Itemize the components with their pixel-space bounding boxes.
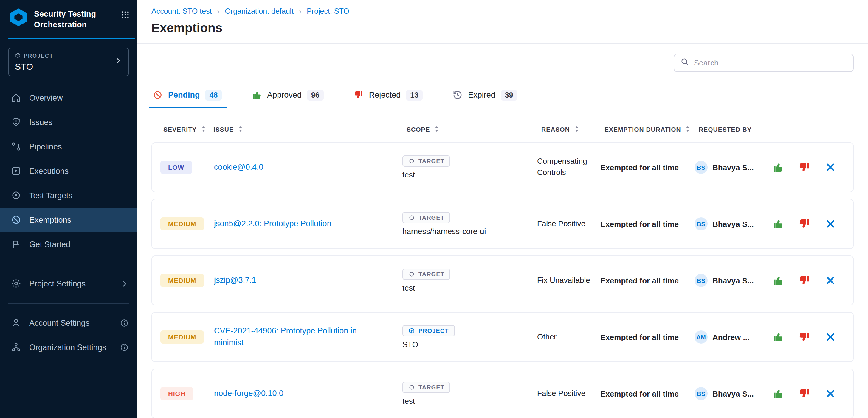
sort-icon[interactable] (434, 125, 440, 133)
requester-name: Bhavya S... (712, 276, 754, 285)
info-icon[interactable] (120, 318, 129, 327)
gear-icon (11, 278, 22, 289)
target-scope-icon (408, 214, 415, 221)
sidebar-divider (8, 303, 129, 303)
requested-by-cell: BS Bhavya S... (694, 217, 772, 231)
target-scope-icon (408, 271, 415, 277)
project-selector-label: PROJECT (15, 52, 53, 59)
duration-cell: Exempted for all time (600, 389, 694, 398)
duration-cell: Exempted for all time (600, 276, 694, 285)
issue-link[interactable]: cookie@0.4.0 (209, 161, 402, 174)
tab-approved[interactable]: Approved 96 (252, 82, 323, 108)
sort-icon[interactable] (238, 125, 243, 133)
sort-icon[interactable] (201, 125, 206, 133)
home-icon (11, 92, 22, 103)
search-icon (680, 57, 689, 68)
table-row: HIGH node-forge@0.10.0 TARGET test False… (151, 369, 854, 418)
sidebar-item-executions[interactable]: Executions (0, 159, 137, 183)
issue-link[interactable]: CVE-2021-44906: Prototype Pollution in m… (209, 325, 402, 349)
scope-type-pill: TARGET (402, 269, 451, 280)
sidebar-item-exemptions[interactable]: Exemptions (0, 208, 137, 232)
table-header: SEVERITY ISSUE SCOPE REASON EXEMPTION DU… (151, 108, 854, 142)
reason-cell: Compensating Controls (537, 156, 600, 178)
page-title: Exemptions (151, 21, 854, 35)
sidebar-item-test-targets[interactable]: Test Targets (0, 183, 137, 208)
close-icon[interactable] (825, 275, 836, 286)
close-icon[interactable] (825, 331, 836, 343)
info-icon[interactable] (120, 343, 129, 352)
sidebar-item-project-settings[interactable]: Project Settings (0, 271, 137, 295)
scope-name: STO (402, 340, 418, 349)
approve-button[interactable] (772, 218, 784, 230)
reason-cell: False Positive (537, 218, 600, 230)
scope-name: test (402, 170, 415, 179)
avatar: BS (694, 274, 708, 287)
close-icon[interactable] (825, 218, 836, 230)
approve-button[interactable] (772, 275, 784, 286)
table-row: LOW cookie@0.4.0 TARGET test Compensatin… (151, 142, 854, 192)
reject-button[interactable] (798, 275, 810, 286)
play-icon (11, 166, 22, 176)
reject-button[interactable] (798, 331, 810, 343)
sidebar-item-overview[interactable]: Overview (0, 85, 137, 110)
target-scope-icon (408, 384, 415, 391)
close-icon[interactable] (825, 388, 836, 399)
sort-icon[interactable] (685, 125, 691, 133)
approve-button[interactable] (772, 331, 784, 343)
approve-button[interactable] (772, 161, 784, 173)
tab-expired[interactable]: Expired 39 (453, 82, 517, 108)
apps-grid-icon[interactable] (120, 7, 130, 22)
project-selector[interactable]: PROJECT STO (8, 47, 129, 76)
table-row: MEDIUM CVE-2021-44906: Prototype Polluti… (151, 312, 854, 362)
thumbs-down-icon (353, 90, 364, 100)
exemptions-table: SEVERITY ISSUE SCOPE REASON EXEMPTION DU… (137, 108, 868, 418)
scope-type-pill: TARGET (402, 212, 451, 223)
search-box (674, 54, 854, 72)
tab-rejected[interactable]: Rejected 13 (353, 82, 423, 108)
avatar: AM (694, 330, 708, 344)
scope-cell: TARGET test (402, 382, 537, 406)
reject-button[interactable] (798, 218, 810, 230)
row-actions (772, 388, 859, 399)
severity-badge: LOW (160, 161, 192, 174)
shield-icon (11, 117, 22, 128)
tab-pending[interactable]: Pending 48 (153, 82, 222, 108)
row-actions (772, 218, 859, 230)
sidebar-item-account-settings[interactable]: Account Settings (0, 311, 137, 335)
search-input[interactable] (694, 58, 847, 67)
sidebar-item-get-started[interactable]: Get Started (0, 232, 137, 256)
sidebar-item-issues[interactable]: Issues (0, 110, 137, 134)
reject-button[interactable] (798, 161, 810, 173)
breadcrumb-account[interactable]: Account: STO test (151, 7, 212, 15)
requester-name: Bhavya S... (712, 163, 754, 172)
sidebar-divider (8, 264, 129, 264)
issue-link[interactable]: node-forge@0.10.0 (209, 388, 402, 400)
requested-by-cell: BS Bhavya S... (694, 387, 772, 400)
issue-link[interactable]: jszip@3.7.1 (209, 275, 402, 287)
scope-cell: TARGET test (402, 269, 537, 292)
issue-link[interactable]: json5@2.2.0: Prototype Pollution (209, 218, 402, 230)
scope-cell: TARGET test (402, 155, 537, 179)
harness-logo (8, 7, 29, 27)
requested-by-cell: BS Bhavya S... (694, 161, 772, 174)
person-icon (11, 317, 22, 328)
reason-cell: Fix Unavailable (537, 275, 600, 286)
requested-by-cell: AM Andrew ... (694, 330, 772, 344)
scope-name: test (402, 396, 415, 406)
scope-type-pill: TARGET (402, 155, 451, 167)
breadcrumb-organization[interactable]: Organization: default (225, 7, 293, 15)
breadcrumb-project[interactable]: Project: STO (307, 7, 349, 15)
reject-button[interactable] (798, 388, 810, 399)
sort-icon[interactable] (574, 125, 580, 133)
main-content: Account: STO test › Organization: defaul… (137, 0, 868, 418)
app-title: Security Testing Orchestration (34, 7, 102, 30)
breadcrumb: Account: STO test › Organization: defaul… (151, 7, 854, 15)
close-icon[interactable] (825, 161, 836, 173)
status-tabs: Pending 48 Approved 96 Rejected 13 Expir… (137, 82, 868, 108)
sidebar-item-organization-settings[interactable]: Organization Settings (0, 335, 137, 359)
scope-type-pill: PROJECT (402, 325, 455, 337)
approve-button[interactable] (772, 388, 784, 399)
sidebar-header: Security Testing Orchestration (0, 0, 137, 36)
sidebar-item-pipelines[interactable]: Pipelines (0, 134, 137, 159)
column-header-scope: SCOPE (402, 125, 536, 133)
